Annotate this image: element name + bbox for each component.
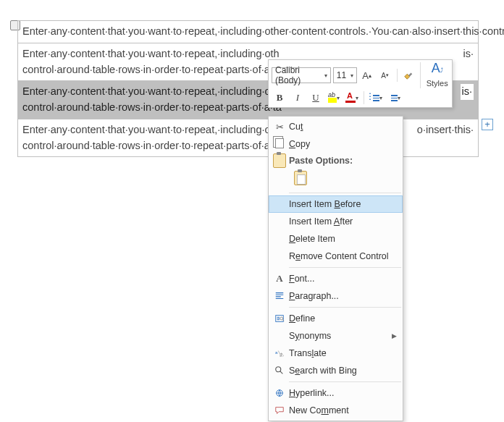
row-text: Enter·any·content·that·you·want·to·repea… xyxy=(22,124,280,135)
context-menu: Cut Copy Paste Options: Insert Item Befo… xyxy=(268,116,403,421)
copy-icon xyxy=(270,138,289,151)
format-painter-button[interactable] xyxy=(400,68,416,83)
menu-cut[interactable]: Cut xyxy=(269,118,403,135)
separator xyxy=(289,307,401,308)
paintbrush-icon xyxy=(403,70,413,80)
numbering-icon xyxy=(387,93,398,102)
menu-remove-content-control[interactable]: Remove Content Control xyxy=(269,248,403,265)
chevron-right-icon: ▶ xyxy=(392,332,397,339)
styles-icon: A⤴ xyxy=(425,62,449,77)
row-text: control·around·table·rows·in·order·to·re… xyxy=(22,64,282,75)
svg-text:a: a xyxy=(275,350,278,355)
separator xyxy=(397,69,398,82)
menu-paste-options-header: Paste Options: xyxy=(269,153,403,169)
font-icon: A xyxy=(270,273,289,284)
chevron-down-icon: ▾ xyxy=(337,95,340,101)
comment-icon xyxy=(270,405,289,415)
separator xyxy=(289,193,401,193)
bold-button[interactable]: B xyxy=(272,90,287,105)
font-name-value: Calibri (Body) xyxy=(275,65,324,85)
paste-keep-source-button[interactable] xyxy=(290,170,311,189)
separator xyxy=(364,91,364,104)
svg-point-1 xyxy=(280,317,283,320)
row-text-tail: is· xyxy=(463,46,474,62)
row-text-tail: o·insert·this· xyxy=(417,122,474,138)
font-color-button[interactable]: ▾ xyxy=(344,90,360,105)
menu-delete-item[interactable]: Delete Item xyxy=(269,230,403,248)
font-size-combo[interactable]: 11 ▾ xyxy=(333,67,357,83)
paste-options-row xyxy=(269,169,403,190)
styles-label: Styles xyxy=(427,79,448,88)
chevron-down-icon: ▾ xyxy=(379,95,382,101)
menu-search-bing[interactable]: Search with Bing xyxy=(269,362,403,379)
row-text: Enter·any·content·that·you·want·to·repea… xyxy=(22,85,280,97)
shrink-font-button[interactable]: A▾ xyxy=(377,68,393,83)
row-text-tail: is· xyxy=(461,84,474,100)
hyperlink-icon xyxy=(270,388,289,398)
menu-font[interactable]: A Font... xyxy=(269,270,403,287)
numbering-button[interactable]: ▾ xyxy=(386,90,402,105)
underline-button[interactable]: U xyxy=(308,90,324,105)
table-row[interactable]: Enter·any·content·that·you·want·to·repea… xyxy=(18,119,478,157)
mini-toolbar: Calibri (Body) ▾ 11 ▾ A▴ A▾ A⤴ Styles B … xyxy=(268,59,453,108)
chevron-down-icon: ▾ xyxy=(350,72,353,79)
add-row-button[interactable]: + xyxy=(482,119,493,130)
search-icon xyxy=(270,366,289,376)
bullets-icon xyxy=(369,93,379,102)
menu-insert-item-after[interactable]: Insert Item After xyxy=(269,213,403,230)
svg-point-4 xyxy=(276,367,281,372)
table-row[interactable]: Enter·any·content·that·you·want·to·repea… xyxy=(18,21,478,43)
chevron-down-icon: ▾ xyxy=(356,95,358,101)
highlight-button[interactable]: ▾ xyxy=(326,90,342,105)
clipboard-icon xyxy=(270,153,289,168)
styles-button[interactable]: A⤴ Styles xyxy=(420,62,449,88)
clipboard-icon xyxy=(294,171,307,185)
menu-copy[interactable]: Copy xyxy=(269,135,403,153)
font-color-icon xyxy=(345,93,356,103)
bullets-button[interactable]: ▾ xyxy=(368,90,384,105)
highlight-icon xyxy=(328,93,337,103)
row-text: control·around·table·rows·in·order·to·re… xyxy=(22,140,282,151)
separator xyxy=(289,267,401,268)
menu-new-comment[interactable]: New Comment xyxy=(269,402,403,419)
menu-define[interactable]: Define xyxy=(269,310,403,327)
row-text: control·around·table·rows·in·order·to·re… xyxy=(22,101,282,113)
translate-icon: aあ xyxy=(270,348,289,358)
menu-hyperlink[interactable]: Hyperlink... xyxy=(269,384,403,402)
separator xyxy=(289,381,401,382)
define-icon xyxy=(270,313,289,324)
italic-button[interactable]: I xyxy=(290,90,306,105)
menu-paragraph[interactable]: Paragraph... xyxy=(269,287,403,305)
menu-insert-item-before[interactable]: Insert Item Before xyxy=(269,195,403,213)
chevron-down-icon: ▾ xyxy=(324,72,327,79)
row-text: Enter·any·content·that·you·want·to·repea… xyxy=(22,48,280,59)
chevron-down-icon: ▾ xyxy=(398,95,400,101)
menu-synonyms[interactable]: Synonyms ▶ xyxy=(269,327,403,345)
font-size-value: 11 xyxy=(337,70,346,80)
scissors-icon xyxy=(270,122,289,132)
paragraph-icon xyxy=(270,291,289,301)
font-name-combo[interactable]: Calibri (Body) ▾ xyxy=(272,67,331,83)
menu-translate[interactable]: aあ Translate xyxy=(269,345,403,362)
grow-font-button[interactable]: A▴ xyxy=(359,68,375,83)
